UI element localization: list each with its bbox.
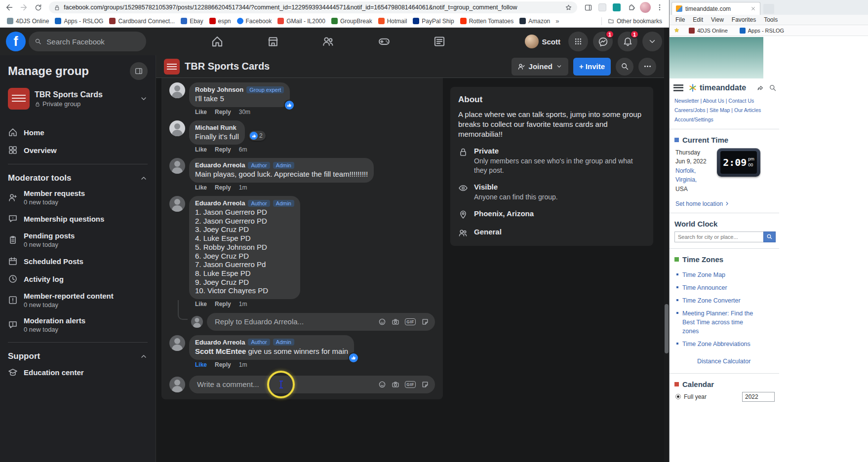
sidebar-item-member-requests[interactable]: Member requests0 new today bbox=[4, 185, 152, 210]
nav-marketplace-tab[interactable] bbox=[248, 30, 298, 53]
page-scrollbar[interactable] bbox=[664, 28, 669, 462]
bookmark-item[interactable]: Ebay bbox=[178, 17, 206, 26]
comment-input[interactable] bbox=[196, 380, 374, 389]
bookmarks-overflow-chevron[interactable]: » bbox=[553, 17, 561, 25]
bookmark-item[interactable]: Rotten Tomatoes bbox=[457, 17, 517, 26]
menu-edit[interactable]: Edit bbox=[693, 16, 703, 23]
commenter-avatar[interactable] bbox=[169, 158, 185, 174]
sticker-icon[interactable] bbox=[421, 318, 429, 326]
thumbs-up-reaction[interactable] bbox=[349, 353, 358, 362]
invite-button[interactable]: + Invite bbox=[573, 58, 611, 76]
reply-input[interactable] bbox=[214, 317, 374, 326]
city-search-button[interactable] bbox=[763, 231, 776, 242]
commenter-name[interactable]: Michael Runk bbox=[195, 124, 237, 131]
messenger-button[interactable]: 1 bbox=[593, 32, 613, 51]
commenter-name[interactable]: Eduardo Arreola bbox=[195, 339, 245, 346]
reaction-count-pill[interactable]: 2 bbox=[249, 131, 266, 141]
hamburger-menu-icon[interactable] bbox=[673, 84, 683, 91]
bookmark-item[interactable]: Apps - RSLOG bbox=[52, 17, 106, 26]
sidebar-item-scheduled-posts[interactable]: Scheduled Posts bbox=[4, 252, 152, 270]
site-info-icon[interactable] bbox=[54, 4, 60, 11]
time-zone-link[interactable]: Time Announcer bbox=[676, 283, 770, 292]
comment-timestamp[interactable]: 30m bbox=[239, 109, 250, 116]
sidebar-item-moderation-alerts[interactable]: Moderation alerts0 new today bbox=[4, 312, 152, 337]
favorite-item[interactable]: Apps - RSLOG bbox=[737, 27, 787, 35]
full-year-radio[interactable] bbox=[675, 394, 681, 399]
camera-icon[interactable] bbox=[392, 318, 399, 326]
comment-timestamp[interactable]: 6m bbox=[239, 146, 247, 153]
time-zone-link[interactable]: Time Zone Map bbox=[676, 270, 770, 279]
gif-icon[interactable]: GIF bbox=[405, 318, 416, 325]
camera-icon[interactable] bbox=[392, 381, 399, 388]
bookmark-star-icon[interactable] bbox=[565, 4, 572, 11]
account-menu-button[interactable] bbox=[642, 32, 662, 51]
profile-chip[interactable]: Scott bbox=[522, 34, 564, 49]
new-tab-button[interactable] bbox=[763, 4, 774, 14]
sticker-icon[interactable] bbox=[421, 381, 429, 388]
menu-file[interactable]: File bbox=[675, 16, 685, 23]
reply-button[interactable]: Reply bbox=[215, 109, 231, 116]
like-button[interactable]: Like bbox=[195, 301, 207, 308]
joined-button[interactable]: Joined bbox=[512, 58, 568, 76]
notifications-button[interactable]: 1 bbox=[618, 32, 637, 51]
share-icon[interactable] bbox=[755, 84, 764, 92]
like-button[interactable]: Like bbox=[195, 109, 207, 116]
sidebar-item-overview[interactable]: Overview bbox=[4, 141, 152, 159]
emoji-icon[interactable] bbox=[378, 381, 386, 388]
favorite-item[interactable]: 4DJS Online bbox=[686, 27, 731, 35]
side-panel-icon[interactable] bbox=[582, 1, 594, 14]
reply-button[interactable]: Reply bbox=[215, 146, 231, 153]
bookmark-item[interactable]: 4DJS Online bbox=[4, 17, 52, 26]
commenter-avatar[interactable] bbox=[169, 82, 185, 98]
group-more-button[interactable] bbox=[638, 58, 656, 76]
nav-groups-tab[interactable] bbox=[304, 30, 353, 53]
bookmark-item[interactable]: Cardboard Connect... bbox=[106, 17, 178, 26]
bookmark-item[interactable]: Amazon bbox=[516, 17, 553, 26]
sidebar-item-activity-log[interactable]: Activity log bbox=[4, 270, 152, 288]
time-zone-link[interactable]: Time Zone Abbreviations bbox=[676, 340, 770, 348]
bookmark-item[interactable]: GroupBreak bbox=[328, 17, 375, 26]
set-home-location-link[interactable]: Set home location bbox=[670, 196, 768, 208]
td-logo[interactable]: timeanddate bbox=[688, 83, 750, 92]
city-link[interactable]: Norfolk, bbox=[675, 166, 712, 176]
forward-button[interactable] bbox=[17, 1, 30, 14]
address-bar[interactable]: facebook.com/groups/152985782105397/post… bbox=[49, 1, 577, 13]
region-link[interactable]: Virginia, bbox=[675, 175, 712, 185]
apps-menu-button[interactable] bbox=[568, 32, 588, 51]
comment-input-pill[interactable]: GIF bbox=[189, 376, 435, 393]
facebook-logo[interactable]: f bbox=[6, 32, 26, 51]
menu-favorites[interactable]: Favorites bbox=[732, 16, 756, 23]
facebook-search[interactable] bbox=[29, 32, 146, 51]
menu-view[interactable]: View bbox=[711, 16, 724, 23]
year-input[interactable] bbox=[742, 392, 775, 402]
commenter-avatar[interactable] bbox=[169, 120, 185, 136]
like-button[interactable]: Like bbox=[195, 184, 207, 191]
search-icon[interactable] bbox=[769, 84, 777, 92]
close-icon[interactable] bbox=[750, 6, 756, 11]
td-links-row[interactable]: Account/Settings bbox=[674, 115, 776, 124]
group-title[interactable]: TBR Sports Cards bbox=[185, 61, 507, 72]
other-bookmarks[interactable]: Other bookmarks bbox=[605, 17, 665, 26]
reply-input-pill[interactable]: GIF bbox=[207, 313, 435, 331]
scrollbar-thumb[interactable] bbox=[665, 304, 669, 353]
facebook-search-input[interactable] bbox=[45, 37, 140, 46]
location-label[interactable]: Phoenix, Arizona bbox=[474, 209, 534, 218]
td-links-row[interactable]: Careers/Jobs | Site Map | Our Articles bbox=[674, 106, 776, 115]
sidebar-item-home[interactable]: Home bbox=[4, 123, 152, 141]
commenter-avatar[interactable] bbox=[169, 335, 185, 351]
reply-button[interactable]: Reply bbox=[215, 184, 231, 191]
bookmark-item[interactable]: Facebook bbox=[234, 17, 275, 26]
commenter-name[interactable]: Robby Johnson bbox=[195, 86, 243, 93]
time-zone-link[interactable]: Meeting Planner: Find the Best Time acro… bbox=[676, 309, 770, 336]
bookmark-item[interactable]: PayPal Ship bbox=[410, 17, 457, 26]
commenter-name[interactable]: Eduardo Arreola bbox=[195, 161, 245, 169]
reply-button[interactable]: Reply bbox=[215, 361, 231, 368]
gif-icon[interactable]: GIF bbox=[405, 381, 416, 388]
like-button[interactable]: Like bbox=[195, 146, 207, 153]
nav-gaming-tab[interactable] bbox=[359, 30, 409, 53]
group-search-button[interactable] bbox=[616, 58, 633, 76]
td-links-row[interactable]: Newsletter | About Us | Contact Us bbox=[674, 96, 776, 106]
chevron-up-icon[interactable] bbox=[140, 352, 148, 360]
comment-timestamp[interactable]: 1m bbox=[239, 301, 247, 308]
group-header-avatar[interactable] bbox=[164, 59, 180, 75]
